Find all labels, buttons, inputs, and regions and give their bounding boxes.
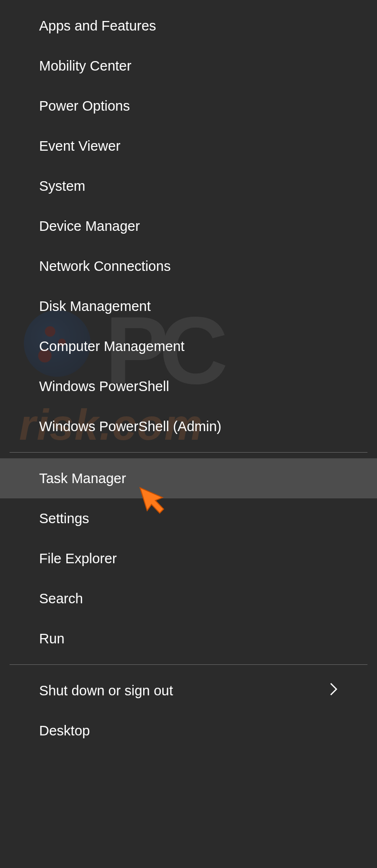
menu-separator <box>10 452 367 453</box>
menu-item-label: Settings <box>39 511 89 527</box>
menu-item-settings[interactable]: Settings <box>0 498 377 538</box>
menu-item-windows-powershell[interactable]: Windows PowerShell <box>0 366 377 406</box>
menu-item-apps-and-features[interactable]: Apps and Features <box>0 6 377 46</box>
menu-item-label: Task Manager <box>39 471 126 486</box>
winx-context-menu: Apps and Features Mobility Center Power … <box>0 0 377 751</box>
menu-separator <box>10 664 367 665</box>
menu-item-label: Apps and Features <box>39 18 156 34</box>
menu-item-label: Device Manager <box>39 218 140 234</box>
menu-item-system[interactable]: System <box>0 166 377 206</box>
menu-item-label: Shut down or sign out <box>39 683 173 699</box>
menu-item-run[interactable]: Run <box>0 619 377 659</box>
menu-item-desktop[interactable]: Desktop <box>0 711 377 751</box>
menu-item-computer-management[interactable]: Computer Management <box>0 326 377 366</box>
menu-item-label: Windows PowerShell (Admin) <box>39 419 221 434</box>
menu-item-label: Disk Management <box>39 299 151 314</box>
menu-item-mobility-center[interactable]: Mobility Center <box>0 46 377 86</box>
menu-item-label: Mobility Center <box>39 58 131 74</box>
menu-item-event-viewer[interactable]: Event Viewer <box>0 126 377 166</box>
menu-item-label: Event Viewer <box>39 138 120 154</box>
menu-item-power-options[interactable]: Power Options <box>0 86 377 126</box>
menu-item-task-manager[interactable]: Task Manager <box>0 458 377 498</box>
menu-item-label: Network Connections <box>39 258 171 274</box>
menu-item-network-connections[interactable]: Network Connections <box>0 246 377 286</box>
menu-item-label: Run <box>39 631 64 647</box>
menu-item-search[interactable]: Search <box>0 579 377 619</box>
menu-item-device-manager[interactable]: Device Manager <box>0 206 377 246</box>
menu-item-label: File Explorer <box>39 551 117 567</box>
menu-item-label: Power Options <box>39 98 130 114</box>
menu-item-label: Windows PowerShell <box>39 379 169 394</box>
menu-item-file-explorer[interactable]: File Explorer <box>0 538 377 579</box>
menu-item-label: System <box>39 178 85 194</box>
chevron-right-icon <box>329 682 338 700</box>
menu-item-label: Search <box>39 591 83 607</box>
menu-item-label: Desktop <box>39 723 90 739</box>
menu-item-disk-management[interactable]: Disk Management <box>0 286 377 326</box>
menu-item-windows-powershell-admin[interactable]: Windows PowerShell (Admin) <box>0 406 377 446</box>
menu-item-shut-down-or-sign-out[interactable]: Shut down or sign out <box>0 671 377 711</box>
menu-item-label: Computer Management <box>39 339 185 354</box>
